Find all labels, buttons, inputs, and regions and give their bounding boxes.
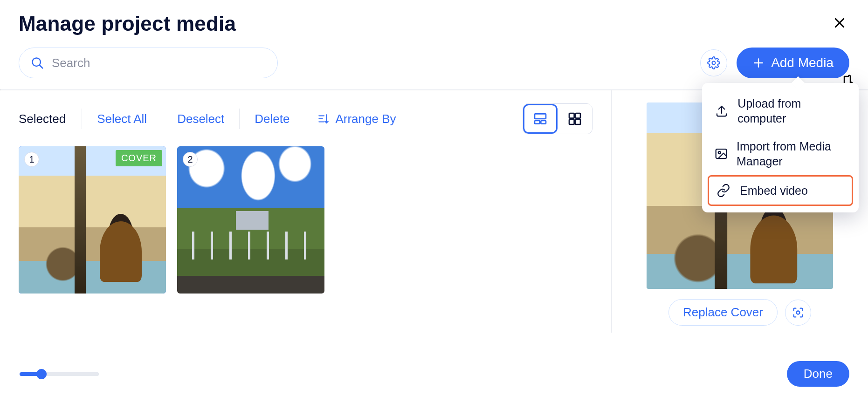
delete-button[interactable]: Delete	[239, 109, 304, 129]
image-icon	[714, 147, 728, 161]
select-all-button[interactable]: Select All	[82, 109, 162, 129]
media-thumb-image	[177, 146, 324, 294]
add-media-button[interactable]: Add Media	[737, 48, 849, 78]
done-button[interactable]: Done	[787, 361, 849, 387]
dropdown-item-upload-computer[interactable]: Upload from computer	[708, 89, 853, 132]
svg-rect-7	[569, 113, 574, 118]
arrange-icon	[317, 113, 330, 125]
search-icon	[30, 56, 44, 70]
svg-point-1	[712, 61, 716, 65]
dropdown-item-label: Import from Media Manager	[737, 139, 847, 169]
add-media-label: Add Media	[771, 55, 834, 70]
left-pane: Selected Select All Deselect Delete Arra…	[0, 90, 612, 333]
modal-title: Manage project media	[19, 12, 830, 35]
cover-badge: COVER	[116, 150, 162, 166]
dropdown-item-embed-video[interactable]: Embed video	[708, 175, 853, 206]
selected-label: Selected	[19, 112, 82, 126]
add-media-dropdown: Upload from computer Import from Media M…	[702, 83, 859, 212]
svg-rect-4	[535, 114, 546, 119]
svg-point-3	[718, 151, 721, 154]
svg-rect-6	[541, 121, 546, 124]
media-thumb-index: 1	[24, 152, 39, 167]
deselect-button[interactable]: Deselect	[162, 109, 239, 129]
gear-icon	[707, 56, 720, 69]
search-input[interactable]	[51, 55, 266, 71]
view-grid-button[interactable]	[558, 104, 592, 134]
dropdown-item-label: Upload from computer	[737, 96, 847, 126]
media-thumb[interactable]: 1 COVER	[19, 146, 166, 294]
crop-focus-button[interactable]	[785, 300, 811, 326]
arrange-by-label: Arrange By	[335, 112, 396, 126]
large-tiles-icon	[533, 111, 548, 126]
svg-point-11	[796, 311, 799, 314]
close-icon	[833, 16, 847, 30]
zoom-slider[interactable]	[20, 372, 99, 376]
footer: Done	[0, 361, 868, 387]
svg-rect-10	[575, 119, 580, 124]
focus-icon	[792, 306, 805, 319]
link-icon	[716, 184, 731, 198]
media-grid: 1 COVER 2	[19, 146, 592, 294]
view-toggle-group	[523, 103, 592, 134]
selection-toolbar: Selected Select All Deselect Delete Arra…	[19, 103, 592, 134]
media-thumb[interactable]: 2	[177, 146, 324, 294]
svg-rect-8	[575, 113, 580, 118]
media-thumb-index: 2	[183, 152, 198, 167]
cover-actions: Replace Cover	[668, 299, 811, 326]
plus-icon	[752, 57, 765, 69]
media-thumb-image	[19, 146, 166, 294]
close-button[interactable]	[830, 13, 849, 34]
dropdown-item-import-media-manager[interactable]: Import from Media Manager	[708, 132, 853, 175]
dropdown-item-label: Embed video	[740, 183, 808, 198]
svg-rect-2	[716, 149, 727, 158]
replace-cover-button[interactable]: Replace Cover	[668, 299, 778, 326]
svg-rect-9	[569, 119, 574, 124]
settings-button[interactable]	[700, 49, 727, 76]
upload-icon	[714, 104, 729, 118]
manage-media-modal: Manage project media Add Media	[0, 0, 868, 396]
grid-icon	[567, 111, 582, 126]
search-field[interactable]	[19, 48, 278, 78]
modal-header: Manage project media	[0, 0, 868, 40]
arrange-by-button[interactable]: Arrange By	[304, 112, 396, 126]
svg-rect-5	[535, 121, 540, 124]
view-large-button[interactable]	[523, 104, 558, 134]
controls-row: Add Media	[0, 40, 868, 89]
